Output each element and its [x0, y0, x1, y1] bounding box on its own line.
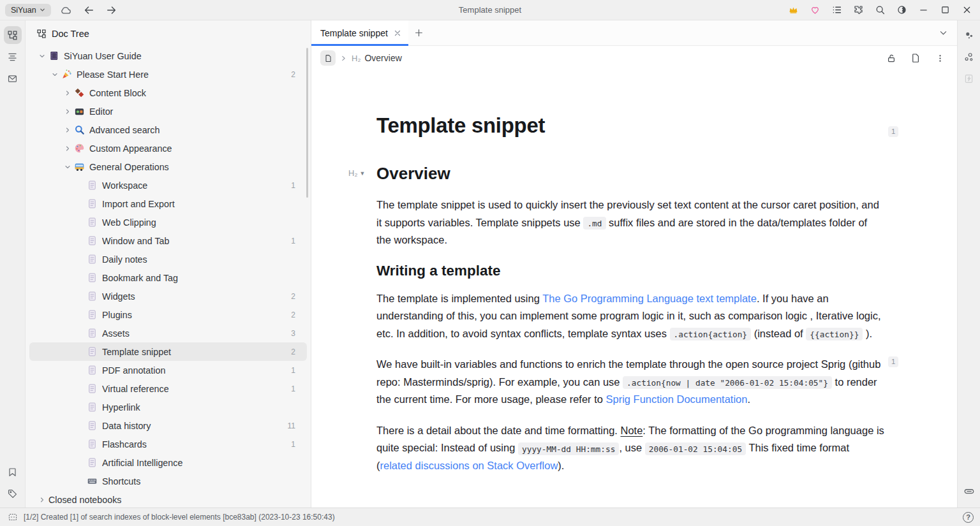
doc-options-icon[interactable]: [907, 50, 924, 66]
heading-gutter[interactable]: H₂ ▼: [348, 168, 365, 178]
tree-item[interactable]: Window and Tab1: [29, 231, 307, 250]
tree-item[interactable]: Web Clipping: [29, 213, 307, 231]
tree-item[interactable]: Artificial Intelligence: [29, 453, 307, 472]
tree-item[interactable]: Import and Export: [29, 194, 307, 213]
text-link[interactable]: Sprig Function Documentation: [606, 393, 748, 405]
chevron-spacer: [74, 439, 87, 449]
tree-item[interactable]: Bookmark and Tag: [29, 268, 307, 287]
more-menu-icon[interactable]: [932, 50, 948, 66]
paragraph[interactable]: There is a detail about the date and tim…: [376, 422, 884, 475]
doc-tree-header[interactable]: Doc Tree: [26, 20, 311, 45]
help-icon[interactable]: ?: [963, 512, 974, 523]
tree-item[interactable]: Data history11: [29, 416, 307, 435]
sponsor-heart-icon[interactable]: [805, 3, 824, 17]
unlock-icon[interactable]: [883, 50, 900, 66]
outline-dock-icon[interactable]: [4, 48, 22, 66]
back-arrow-icon[interactable]: [80, 3, 97, 17]
tree-item[interactable]: Closed notebooks: [29, 490, 307, 508]
breadcrumb-doc-icon[interactable]: [320, 50, 336, 66]
tree-item[interactable]: Template snippet2: [29, 342, 307, 361]
tree-item[interactable]: Assets3: [29, 324, 307, 342]
paragraph[interactable]: We have built-in variables and functions…: [376, 356, 884, 409]
cloud-sync-icon[interactable]: [57, 3, 74, 17]
tree-item[interactable]: Flashcards1: [29, 435, 307, 453]
chevron-spacer: [74, 291, 87, 302]
inline-code: .action{action}: [670, 328, 752, 340]
chevron-down-icon[interactable]: [36, 51, 48, 61]
link-dock-icon[interactable]: [960, 482, 978, 500]
inbox-dock-icon[interactable]: [4, 69, 22, 87]
chevron-right-icon[interactable]: [61, 106, 74, 117]
tree-item[interactable]: PDF annotation1: [29, 361, 307, 379]
tab-close-icon[interactable]: [394, 30, 401, 36]
tree-item[interactable]: Custom Appearance: [29, 139, 307, 157]
overview-heading[interactable]: Overview: [376, 164, 884, 184]
paragraph[interactable]: The template is implemented using The Go…: [376, 290, 884, 343]
document-title[interactable]: Template snippet: [376, 112, 884, 138]
tree-item-label: Editor: [89, 106, 295, 117]
task-list-icon[interactable]: [827, 3, 846, 17]
tree-item-label: Custom Appearance: [89, 143, 295, 154]
tree-item-label: Artificial Intelligence: [102, 458, 295, 468]
doc-icon: [87, 235, 102, 247]
paragraph[interactable]: The template snippet is used to quickly …: [376, 196, 884, 249]
editor[interactable]: Template snippet 1 H₂ ▼ Overview The tem…: [311, 70, 957, 508]
plugin-puzzle-icon[interactable]: [849, 3, 868, 17]
heading-fold-caret-icon[interactable]: ▼: [359, 170, 365, 177]
tree-item[interactable]: Editor: [29, 102, 307, 121]
doc-icon: [87, 180, 102, 191]
ref-count-badge[interactable]: 1: [888, 126, 898, 137]
breadcrumb-heading-text[interactable]: Overview: [364, 53, 401, 63]
siyuan-menu-button[interactable]: SiYuan: [5, 4, 51, 17]
doc-icon: [87, 272, 102, 284]
chevron-spacer: [74, 273, 87, 283]
backlinks-dock-icon[interactable]: [960, 26, 978, 44]
minimize-icon[interactable]: [914, 3, 933, 17]
writing-template-heading[interactable]: Writing a template: [376, 263, 884, 279]
chevron-right-icon[interactable]: [61, 88, 74, 98]
tree-item-label: Flashcards: [102, 439, 286, 449]
tree-item[interactable]: Widgets2: [29, 287, 307, 305]
vip-crown-icon[interactable]: [783, 3, 803, 17]
tree-item[interactable]: Content Block: [29, 84, 307, 102]
chevron-right-icon[interactable]: [36, 495, 48, 505]
bookmark-dock-icon[interactable]: [4, 463, 22, 481]
tab-list-chevron-icon[interactable]: [939, 28, 948, 38]
theme-contrast-icon[interactable]: [892, 3, 911, 17]
close-icon[interactable]: [957, 3, 976, 17]
tree-item[interactable]: SiYuan User Guide: [29, 47, 307, 65]
doc-icon: [87, 328, 102, 339]
maximize-icon[interactable]: [935, 3, 954, 17]
search-icon[interactable]: [870, 3, 889, 17]
titlebar: Template snippet SiYuan: [0, 0, 980, 20]
tree-item[interactable]: Hyperlink: [29, 398, 307, 416]
doc-icon: [87, 254, 102, 265]
text-link[interactable]: The Go Programming Language text templat…: [542, 293, 757, 304]
chevron-right-icon[interactable]: [61, 125, 74, 135]
new-tab-button[interactable]: [408, 20, 430, 46]
doc-tree-title: Doc Tree: [52, 29, 89, 39]
tree-item[interactable]: Virtual reference1: [29, 379, 307, 398]
underlined-text: Note: [620, 425, 642, 436]
tree-item[interactable]: Please Start Here2: [29, 65, 307, 84]
tree-item[interactable]: Advanced search: [29, 121, 307, 139]
tag-dock-icon[interactable]: [4, 485, 22, 502]
text-link[interactable]: related discussions on Stack Overflow: [380, 460, 558, 471]
forward-arrow-icon[interactable]: [103, 3, 120, 17]
doc-tree-dock-icon[interactable]: [4, 26, 22, 44]
flashcard-dock-icon[interactable]: [960, 69, 978, 87]
tab-template-snippet[interactable]: Template snippet: [311, 20, 408, 46]
ref-count-badge[interactable]: 1: [888, 356, 898, 367]
chevron-down-icon[interactable]: [48, 69, 61, 80]
graph-dock-icon[interactable]: [960, 48, 978, 66]
tree-item[interactable]: General Operations: [29, 157, 307, 176]
chevron-down-icon[interactable]: [61, 162, 74, 172]
tree-item-label: Template snippet: [102, 347, 286, 357]
tree-item[interactable]: Daily notes: [29, 250, 307, 268]
selection-box-icon[interactable]: [8, 512, 18, 522]
tree-scrollbar[interactable]: [306, 48, 308, 198]
tree-item[interactable]: Workspace1: [29, 176, 307, 194]
tree-item[interactable]: Shortcuts: [29, 472, 307, 490]
chevron-right-icon[interactable]: [61, 143, 74, 154]
tree-item[interactable]: Plugins2: [29, 305, 307, 324]
